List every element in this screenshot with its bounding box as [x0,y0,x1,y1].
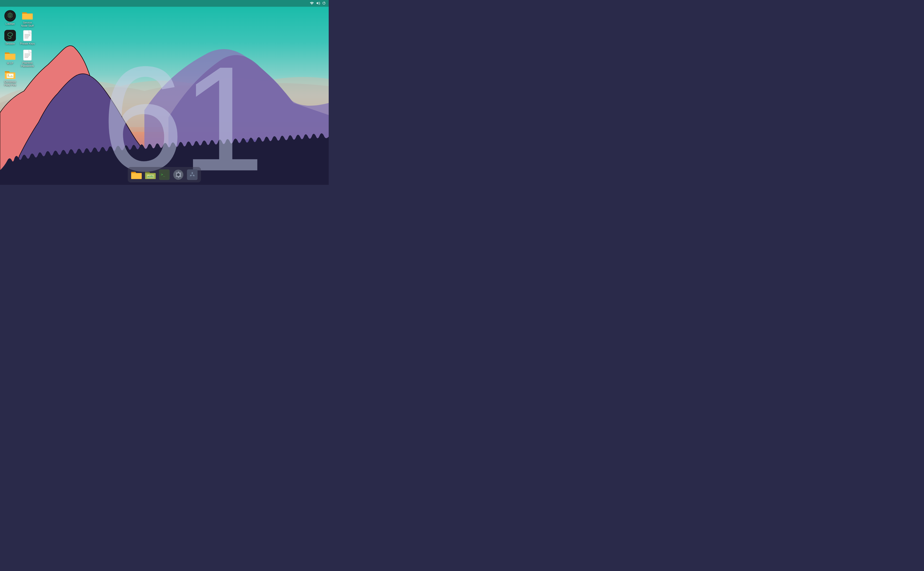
desktop-icons: LokiNet Service Node Stuff Session [2,9,35,107]
plaintext-passwords-label: Plaintext Passwords [20,61,35,68]
svg-text:>_: >_ [161,173,165,177]
svg-point-0 [312,4,312,4]
service-node-stuff-icon[interactable]: Service Node Stuff [19,9,35,28]
taskbar: >_ [128,167,201,182]
service-node-stuff-label: Service Node Stuff [20,21,35,28]
topbar [0,0,329,7]
dock-image-viewer[interactable] [144,168,157,181]
lokinet-label: LokiNet [6,22,14,26]
plaintext-passwords-icon[interactable]: Plaintext Passwords [19,49,35,68]
lokinet-icon[interactable]: LokiNet [2,9,18,28]
session-label: Session [5,42,15,45]
wifi-icon [310,2,314,5]
christmas-party-pics-icon[interactable]: Christmas Party Pics [2,68,18,88]
dock-files-folder[interactable] [130,168,143,181]
svg-point-26 [191,174,193,175]
wallpaper: 61 [0,7,329,185]
svg-text:61: 61 [101,35,262,185]
wip-icon[interactable]: W.I.P [2,49,18,68]
power-icon[interactable] [322,2,326,6]
svg-point-24 [177,173,180,176]
volume-icon [316,2,320,6]
dock-terminal[interactable]: >_ [158,168,171,181]
private-keys-icon[interactable]: Private Keys [19,29,35,48]
christmas-party-pics-label: Christmas Party Pics [2,80,18,86]
private-keys-label: Private Keys [20,42,35,45]
dock-trash[interactable] [186,168,199,181]
svg-point-5 [9,15,11,15]
dock-settings[interactable] [172,168,185,181]
session-icon[interactable]: Session [2,29,18,48]
svg-rect-17 [7,74,14,78]
wip-label: W.I.P [7,62,13,65]
svg-point-4 [6,12,14,20]
